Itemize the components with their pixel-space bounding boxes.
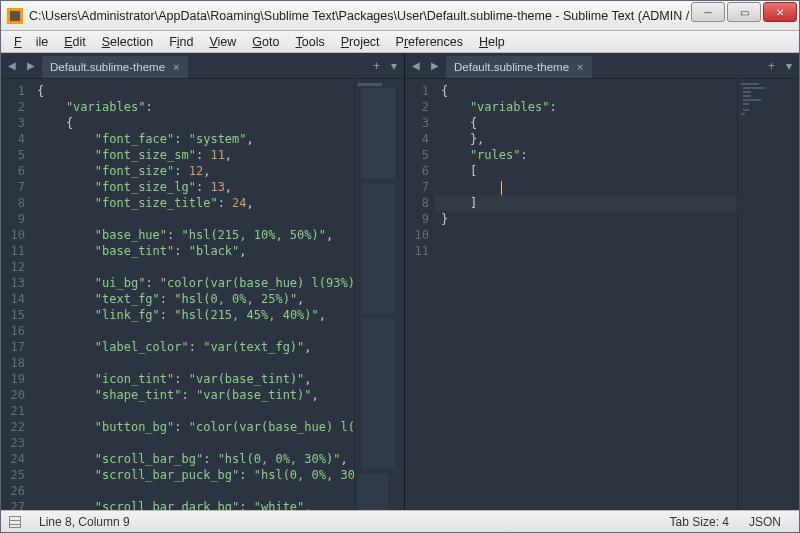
tab-nav-right-icon[interactable]: ▶ <box>23 60 39 71</box>
menu-file[interactable]: File <box>7 33 55 51</box>
window-controls: ─ ▭ ✕ <box>691 1 799 30</box>
tab-right-0[interactable]: Default.sublime-theme × <box>446 56 592 78</box>
window-titlebar: C:\Users\Administrator\AppData\Roaming\S… <box>1 1 799 31</box>
close-button[interactable]: ✕ <box>763 2 797 22</box>
gutter-right: 1234567891011 <box>405 79 435 510</box>
tabbar-right: ◀ ▶ Default.sublime-theme × + ▾ <box>405 53 799 79</box>
workspace: ◀ ▶ Default.sublime-theme × + ▾ 12345678… <box>1 53 799 510</box>
tab-menu-icon[interactable]: ▾ <box>782 59 796 73</box>
gutter-left: 1234567891011121314151617181920212223242… <box>1 79 31 510</box>
window-title: C:\Users\Administrator\AppData\Roaming\S… <box>29 9 691 23</box>
tab-menu-icon[interactable]: ▾ <box>387 59 401 73</box>
minimize-button[interactable]: ─ <box>691 2 725 22</box>
code-right[interactable]: { "variables": { }, "rules": [ ] } <box>435 79 737 510</box>
menu-selection[interactable]: Selection <box>95 33 160 51</box>
menu-tools[interactable]: Tools <box>288 33 331 51</box>
scrollbar-vertical[interactable] <box>787 79 799 510</box>
menu-project[interactable]: Project <box>334 33 387 51</box>
app-icon <box>7 8 23 24</box>
menu-edit[interactable]: Edit <box>57 33 93 51</box>
code-left[interactable]: { "variables": { "font_face": "system", … <box>31 79 354 510</box>
tab-close-icon[interactable]: × <box>577 61 583 73</box>
tab-close-icon[interactable]: × <box>173 61 179 73</box>
tab-add-icon[interactable]: + <box>369 59 384 73</box>
active-line-highlight <box>435 195 737 211</box>
tab-left-0[interactable]: Default.sublime-theme × <box>42 56 188 78</box>
status-syntax[interactable]: JSON <box>739 515 791 529</box>
menu-view[interactable]: View <box>202 33 243 51</box>
tab-nav-right-icon[interactable]: ▶ <box>427 60 443 71</box>
menu-find[interactable]: Find <box>162 33 200 51</box>
status-position[interactable]: Line 8, Column 9 <box>29 515 140 529</box>
statusbar: Line 8, Column 9 Tab Size: 4 JSON <box>1 510 799 532</box>
menubar: File Edit Selection Find View Goto Tools… <box>1 31 799 53</box>
maximize-button[interactable]: ▭ <box>727 2 761 22</box>
editor-left[interactable]: 1234567891011121314151617181920212223242… <box>1 79 404 510</box>
tab-label: Default.sublime-theme <box>50 61 165 73</box>
menu-preferences[interactable]: Preferences <box>389 33 470 51</box>
tab-nav-left-icon[interactable]: ◀ <box>408 60 424 71</box>
menu-goto[interactable]: Goto <box>245 33 286 51</box>
pane-right: ◀ ▶ Default.sublime-theme × + ▾ 12345678… <box>405 53 799 510</box>
menu-help[interactable]: Help <box>472 33 512 51</box>
caret-icon <box>501 181 502 195</box>
tab-nav-left-icon[interactable]: ◀ <box>4 60 20 71</box>
tab-label: Default.sublime-theme <box>454 61 569 73</box>
tab-add-icon[interactable]: + <box>764 59 779 73</box>
minimap-left[interactable] <box>354 79 404 510</box>
panel-switcher-icon[interactable] <box>9 516 21 528</box>
editor-right[interactable]: 1234567891011 { "variables": { }, "rules… <box>405 79 799 510</box>
status-tabsize[interactable]: Tab Size: 4 <box>660 515 739 529</box>
tabbar-left: ◀ ▶ Default.sublime-theme × + ▾ <box>1 53 404 79</box>
pane-left: ◀ ▶ Default.sublime-theme × + ▾ 12345678… <box>1 53 405 510</box>
minimap-right[interactable] <box>737 79 787 510</box>
